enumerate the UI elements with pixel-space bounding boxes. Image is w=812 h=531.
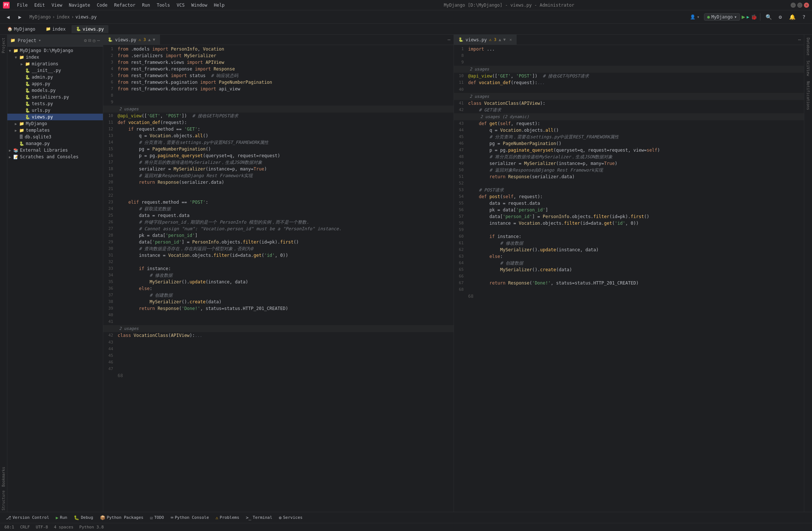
code-line: 65 MySerializer().create(data) [454, 266, 804, 273]
tree-item-icon: 📝 [13, 155, 18, 159]
tree-item-external-libraries[interactable]: ▶ 📚 External Libraries [7, 147, 103, 154]
tree-item-tests-py[interactable]: 🐍 tests.py [7, 100, 103, 107]
status-position[interactable]: 68:1 [4, 525, 14, 530]
menu-item-refactor[interactable]: Refactor [111, 2, 138, 8]
help-button[interactable]: ? [799, 12, 809, 22]
debug-button[interactable]: 🐞 [751, 14, 757, 20]
bookmarks-stripe-label[interactable]: Bookmarks [1, 465, 6, 488]
code-line: 48 # 将分页后的数据传递给MySerializer，生成JSON数据对象 [454, 154, 804, 160]
close-button[interactable]: ✕ [804, 3, 809, 8]
status-charset[interactable]: UTF-8 [36, 525, 48, 530]
debug-panel-button[interactable]: 🐛 Debug [71, 514, 96, 521]
right-pane-nav-down[interactable]: ▼ [503, 37, 506, 42]
code-editor-left[interactable]: 1from .models import PersonInfo, Vocatio… [103, 45, 454, 512]
problems-button[interactable]: ⚠ Problems [213, 514, 242, 521]
terminal-button[interactable]: >_ Terminal [243, 514, 275, 521]
left-code-content[interactable]: 1from .models import PersonInfo, Vocatio… [103, 45, 454, 512]
notifications-panel-label[interactable]: Notifications [805, 80, 811, 111]
right-pane-tab-views[interactable]: 🐍 views.py ⚠ 3 ▲ ▼ ✕ [454, 35, 517, 45]
tree-item-urls-py[interactable]: 🐍 urls.py [7, 107, 103, 114]
left-pane-actions: ⋯ [445, 37, 454, 42]
menu-item-window[interactable]: Window [188, 2, 210, 8]
left-pane-nav-up[interactable]: ▲ [148, 37, 151, 42]
forward-button[interactable]: ▶ [15, 12, 25, 22]
python-packages-button[interactable]: 📦 Python Packages [97, 514, 146, 521]
search-everywhere-button[interactable]: 🔍 [763, 12, 774, 22]
tree-arrow: ▶ [9, 148, 13, 152]
tree-item-mydjango[interactable]: ▶ 📁 MyDjango [7, 120, 103, 127]
tree-item-apps-py[interactable]: 🐍 apps.py [7, 80, 103, 87]
tree-item-scratches-and-consoles[interactable]: ▶ 📝 Scratches and Consoles [7, 154, 103, 160]
project-stripe-label[interactable]: Project [1, 36, 6, 55]
sciview-panel-label[interactable]: SciView [805, 59, 811, 77]
tree-item-templates[interactable]: ▶ 📁 templates [7, 127, 103, 134]
run-config[interactable]: ● MyDjango ▾ [704, 13, 740, 21]
settings-button[interactable]: ⚙ [775, 12, 785, 22]
maximize-button[interactable]: □ [797, 3, 802, 8]
code-line: 67 return Response('Done!', status=statu… [454, 280, 804, 286]
right-pane-more[interactable]: ⋯ [798, 37, 801, 42]
tree-item-migrations[interactable]: ▶ 📁 migrations [7, 61, 103, 67]
code-line: 6from rest_framework.pagination import P… [103, 79, 454, 86]
tab-views[interactable]: 🐍 views.py [72, 25, 108, 33]
tree-item-db-sqlite3[interactable]: 🗄 db.sqlite3 [7, 134, 103, 140]
status-indent[interactable]: 4 spaces [54, 525, 73, 530]
notifications-button[interactable]: 🔔 [787, 12, 797, 22]
tree-item-index[interactable]: ▼ 📁 index [7, 54, 103, 61]
tree-item-label: __init__.py [32, 68, 61, 73]
left-pane-tab-views[interactable]: 🐍 views.py ⚠ 3 ▲ ▼ [103, 35, 160, 45]
tree-item-serializers-py[interactable]: 🐍 serializers.py [7, 94, 103, 100]
right-code-content[interactable]: 1import ...89 2 usages10@api_view(['GET'… [454, 45, 804, 512]
menu-item-code[interactable]: Code [94, 2, 111, 8]
code-line: 8 [454, 52, 804, 59]
code-line: 2 usages (2 dynamic) [454, 113, 804, 120]
database-panel-label[interactable]: Database [805, 36, 811, 57]
tab-index[interactable]: 📁 index [41, 25, 70, 33]
status-line-endings[interactable]: CRLF [20, 525, 30, 530]
breadcrumb-project: MyDjango [30, 14, 51, 20]
menu-item-navigate[interactable]: Navigate [66, 2, 93, 8]
left-pane-nav-down[interactable]: ▼ [153, 37, 155, 42]
menu-item-file[interactable]: File [14, 2, 31, 8]
more-icon[interactable]: ⋯ [97, 38, 100, 43]
locate-icon[interactable]: ◎ [93, 38, 96, 43]
menu-item-view[interactable]: View [49, 2, 65, 8]
version-control-button[interactable]: ⎇ Version Control [3, 514, 52, 521]
code-line: 34 # 修改数据 [103, 272, 454, 279]
menu-item-vcs[interactable]: VCS [174, 2, 188, 8]
minimize-button[interactable]: — [791, 3, 796, 8]
right-pane-nav-up[interactable]: ▲ [499, 37, 501, 42]
code-line: 9 [103, 99, 454, 106]
right-pane-close[interactable]: ✕ [509, 37, 512, 42]
code-line: 26 # 外键字段person_id，期望的是一个 PersonInfo 模型的… [103, 219, 454, 225]
settings-icon[interactable]: ⚙ [84, 38, 87, 43]
menu-item-edit[interactable]: Edit [31, 2, 48, 8]
back-button[interactable]: ◀ [3, 12, 13, 22]
menu-item-run[interactable]: Run [139, 2, 153, 8]
tree-item-admin-py[interactable]: 🐍 admin.py [7, 74, 103, 80]
status-language[interactable]: Python 3.8 [79, 525, 104, 530]
tree-item-views-py[interactable]: 🐍 views.py [7, 114, 103, 120]
structure-stripe-label[interactable]: Structure [1, 489, 6, 512]
tree-item-manage-py[interactable]: 🐍 manage.py [7, 140, 103, 147]
python-console-button[interactable]: ⌨ Python Console [168, 514, 212, 521]
run-panel-button[interactable]: ▶ Run [53, 514, 70, 521]
tree-item-label: db.sqlite3 [25, 134, 51, 139]
right-pane-warning: ⚠ 3 [489, 37, 496, 42]
tree-item---init---py[interactable]: 🐍 __init__.py [7, 67, 103, 74]
run-button[interactable]: ▶ [742, 13, 745, 20]
run-with-coverage-button[interactable]: ▶ [747, 14, 749, 20]
menu-item-help[interactable]: Help [211, 2, 228, 8]
tab-mydjango[interactable]: 🏠 MyDjango [3, 25, 40, 33]
code-editor-right[interactable]: 1import ...89 2 usages10@api_view(['GET'… [454, 45, 804, 512]
collapse-all-icon[interactable]: ⊟ [89, 38, 91, 43]
left-pane-more[interactable]: ⋯ [448, 37, 451, 42]
bottom-toolbar: ⎇ Version Control ▶ Run 🐛 Debug 📦 Python… [0, 512, 812, 523]
code-line: 12 if request.method == 'GET': [103, 126, 454, 132]
menu-item-tools[interactable]: Tools [154, 2, 173, 8]
services-button[interactable]: ⚙ Services [276, 514, 305, 521]
todo-button[interactable]: ☑ TODO [147, 514, 167, 521]
tree-item-mydjango-d--mydjango[interactable]: ▼ 📁 MyDjango D:\MyDjango [7, 47, 103, 54]
split-editor: 🐍 views.py ⚠ 3 ▲ ▼ ⋯ 1from .models impor… [103, 35, 804, 512]
tree-item-models-py[interactable]: 🐍 models.py [7, 87, 103, 94]
